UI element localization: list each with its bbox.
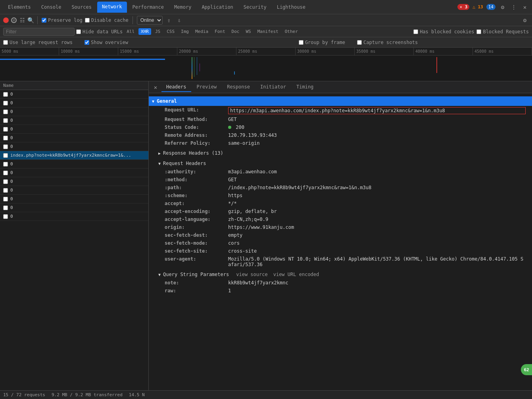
filter-all[interactable]: All (124, 28, 137, 35)
list-item[interactable]: 0 (0, 107, 148, 116)
preserve-log-checkbox[interactable] (42, 18, 46, 23)
tab-memory[interactable]: Memory (169, 2, 196, 12)
has-blocked-cookies-label[interactable]: Has blocked cookies (413, 29, 474, 35)
show-overview-checkbox[interactable] (85, 40, 89, 45)
blocked-requests-label[interactable]: Blocked Requests (476, 29, 529, 35)
req-header-user-agent-value: Mozilla/5.0 (Windows NT 10.0; Win64; x64… (228, 256, 526, 267)
item-checkbox[interactable] (3, 179, 8, 184)
tab-network[interactable]: Network (97, 2, 127, 13)
tab-application[interactable]: Application (197, 2, 238, 12)
timeline-chart[interactable] (0, 56, 532, 81)
capture-screenshots-label[interactable]: Capture screenshots (357, 40, 418, 45)
group-by-frame-label[interactable]: Group by frame (299, 40, 345, 45)
large-rows-checkbox[interactable] (3, 40, 8, 45)
timeline-ruler: 5000 ms 10000 ms 15000 ms 20000 ms 25000… (0, 48, 532, 56)
tab-sources[interactable]: Sources (67, 2, 96, 12)
filter-xhr[interactable]: XHR (138, 28, 151, 35)
tab-console[interactable]: Console (36, 2, 66, 12)
list-item[interactable]: 0 (0, 90, 148, 99)
item-checkbox[interactable] (3, 214, 8, 219)
tab-lighthouse[interactable]: Lighthouse (272, 2, 310, 12)
item-checkbox[interactable] (3, 118, 8, 123)
item-checkbox[interactable] (3, 136, 8, 140)
settings-icon[interactable]: ⚙ (499, 3, 507, 11)
has-blocked-cookies-checkbox[interactable] (413, 29, 418, 34)
tab-response[interactable]: Response (222, 82, 255, 92)
group-by-frame-checkbox[interactable] (299, 40, 303, 45)
query-string-section[interactable]: ▼ Query String Parameters view source vi… (155, 270, 526, 279)
general-section-header[interactable]: ▼ General (149, 96, 532, 106)
filter-css[interactable]: CSS (164, 28, 177, 35)
item-checkbox[interactable] (3, 171, 8, 175)
list-item[interactable]: 0 (0, 134, 148, 142)
close-detail-icon[interactable]: ✕ (152, 84, 159, 91)
item-checkbox[interactable] (3, 205, 8, 210)
large-rows-label[interactable]: Use large request rows (3, 40, 73, 45)
disable-cache-checkbox[interactable] (85, 18, 90, 23)
list-item[interactable]: 0 (0, 160, 148, 169)
filter-other[interactable]: Other (282, 28, 300, 35)
remote-address-key: Remote Address: (165, 132, 228, 138)
preserve-log-label[interactable]: Preserve log (42, 17, 83, 23)
export-icon[interactable]: ⇩ (175, 16, 183, 24)
view-url-encoded-link[interactable]: view URL encoded (273, 272, 319, 277)
tab-initiator[interactable]: Initiator (255, 82, 291, 92)
tab-security[interactable]: Security (239, 2, 271, 12)
clear-button[interactable]: ⊘ (11, 17, 17, 23)
filter-media[interactable]: Media (193, 28, 211, 35)
list-item[interactable]: 0 (0, 169, 148, 177)
tab-headers[interactable]: Headers (161, 82, 191, 92)
item-checkbox[interactable] (3, 92, 8, 97)
list-item[interactable]: 0 (0, 203, 148, 212)
blocked-requests-checkbox[interactable] (476, 29, 481, 34)
selected-request-item[interactable]: index.php?note=kkR8b9wt4jf7yarx2kmnc&raw… (0, 151, 148, 160)
item-checkbox[interactable] (3, 197, 8, 201)
search-icon[interactable]: 🔍 (28, 17, 33, 23)
item-checkbox[interactable] (3, 162, 8, 167)
tab-performance[interactable]: Performance (128, 2, 169, 12)
item-checkbox[interactable] (3, 153, 8, 158)
list-item[interactable]: 0 (0, 212, 148, 221)
request-url-value[interactable]: https://m3api.awenhao.com/index.php?note… (228, 107, 526, 114)
throttle-select[interactable]: Online (137, 16, 163, 25)
filter-img[interactable]: Img (179, 28, 191, 35)
list-item[interactable]: 0 (0, 186, 148, 195)
request-headers-section[interactable]: ▼ Request Headers (155, 159, 526, 168)
filter-doc[interactable]: Doc (229, 28, 242, 35)
disable-cache-label[interactable]: Disable cache (85, 17, 129, 23)
tick-45000: 45000 ms (473, 48, 532, 55)
hide-data-urls-checkbox[interactable] (76, 29, 81, 34)
list-item[interactable]: 0 (0, 116, 148, 125)
show-overview-label[interactable]: Show overview (85, 40, 128, 45)
filter-ws[interactable]: WS (243, 28, 253, 35)
tab-preview[interactable]: Preview (192, 82, 222, 92)
filter-icon[interactable]: ☷ (19, 17, 25, 23)
list-item[interactable]: 0 (0, 177, 148, 186)
capture-screenshots-checkbox[interactable] (357, 40, 362, 45)
tab-elements[interactable]: Elements (3, 2, 36, 12)
record-button[interactable] (3, 17, 9, 23)
list-item[interactable]: 0 (0, 142, 148, 151)
network-settings-icon[interactable]: ⚙ (521, 16, 529, 24)
more-options-icon[interactable]: ⋮ (510, 3, 518, 11)
item-name: 0 (10, 161, 145, 167)
close-devtools-icon[interactable]: ✕ (521, 3, 529, 11)
list-item[interactable]: 0 (0, 195, 148, 203)
item-checkbox[interactable] (3, 127, 8, 132)
response-headers-section[interactable]: ▶ Response Headers (13) (155, 149, 526, 157)
list-item[interactable]: 0 (0, 125, 148, 134)
item-checkbox[interactable] (3, 101, 8, 106)
list-item[interactable]: 0 (0, 99, 148, 107)
item-checkbox[interactable] (3, 144, 8, 149)
hide-data-urls-text: Hide data URLs (83, 29, 123, 35)
filter-js[interactable]: JS (153, 28, 163, 35)
filter-input[interactable] (3, 28, 75, 36)
filter-manifest[interactable]: Manifest (255, 28, 281, 35)
tab-timing[interactable]: Timing (292, 82, 318, 92)
filter-font[interactable]: Font (212, 28, 228, 35)
item-checkbox[interactable] (3, 188, 8, 193)
hide-data-urls-label[interactable]: Hide data URLs (76, 29, 123, 35)
import-icon[interactable]: ⇧ (165, 16, 173, 24)
item-checkbox[interactable] (3, 109, 8, 114)
view-source-link[interactable]: view source (236, 272, 267, 277)
